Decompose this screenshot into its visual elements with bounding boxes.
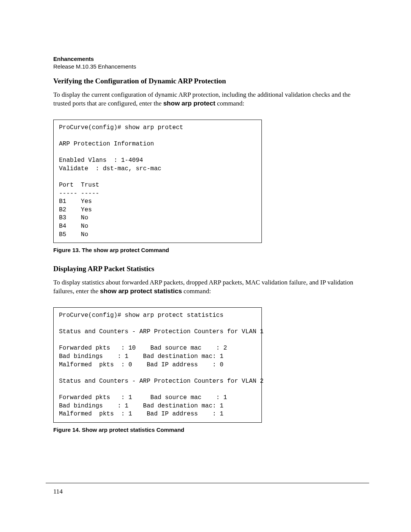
figure2-caption: Figure 14. Show arp protect statistics C… (53, 427, 369, 433)
section2-heading: Displaying ARP Packet Statistics (53, 265, 369, 273)
section1-heading: Verifying the Configuration of Dynamic A… (53, 77, 369, 85)
page: Enhancements Release M.10.35 Enhancement… (0, 0, 411, 532)
section1-para-post: command: (215, 100, 244, 107)
code-block-2: ProCurve(config)# show arp protect stati… (53, 307, 262, 423)
page-number: 114 (53, 488, 63, 495)
footer-rule (46, 483, 369, 483)
header-bold: Enhancements (53, 55, 369, 63)
section1-para: To display the current configuration of … (53, 91, 369, 108)
section2-para-post: command: (182, 288, 211, 295)
header-sub: Release M.10.35 Enhancements (53, 63, 369, 70)
code-block-1: ProCurve(config)# show arp protect ARP P… (53, 120, 262, 243)
section2-para: To display statistics about forwarded AR… (53, 278, 369, 296)
section2-cmd: show arp protect statistics (100, 288, 182, 295)
figure1-caption: Figure 13. The show arp protect Command (53, 247, 369, 253)
running-header: Enhancements Release M.10.35 Enhancement… (53, 55, 369, 70)
section1-cmd: show arp protect (163, 100, 215, 107)
